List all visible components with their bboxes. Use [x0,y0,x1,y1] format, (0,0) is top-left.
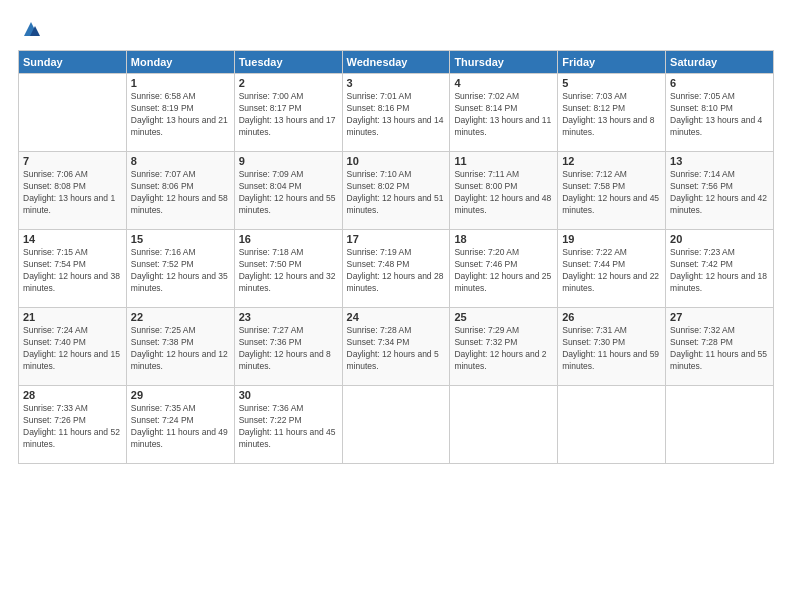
header [18,18,774,40]
day-number: 5 [562,77,661,89]
page: SundayMondayTuesdayWednesdayThursdayFrid… [0,0,792,612]
day-info: Sunrise: 7:06 AMSunset: 8:08 PMDaylight:… [23,169,122,217]
day-number: 19 [562,233,661,245]
day-info: Sunrise: 7:16 AMSunset: 7:52 PMDaylight:… [131,247,230,295]
day-number: 25 [454,311,553,323]
day-info: Sunrise: 7:36 AMSunset: 7:22 PMDaylight:… [239,403,338,451]
day-number: 9 [239,155,338,167]
calendar-cell: 17Sunrise: 7:19 AMSunset: 7:48 PMDayligh… [342,230,450,308]
calendar-cell: 20Sunrise: 7:23 AMSunset: 7:42 PMDayligh… [666,230,774,308]
calendar-cell: 14Sunrise: 7:15 AMSunset: 7:54 PMDayligh… [19,230,127,308]
day-info: Sunrise: 7:10 AMSunset: 8:02 PMDaylight:… [347,169,446,217]
day-info: Sunrise: 7:27 AMSunset: 7:36 PMDaylight:… [239,325,338,373]
day-info: Sunrise: 7:12 AMSunset: 7:58 PMDaylight:… [562,169,661,217]
calendar-cell: 3Sunrise: 7:01 AMSunset: 8:16 PMDaylight… [342,74,450,152]
day-info: Sunrise: 7:32 AMSunset: 7:28 PMDaylight:… [670,325,769,373]
header-row: SundayMondayTuesdayWednesdayThursdayFrid… [19,51,774,74]
day-info: Sunrise: 7:35 AMSunset: 7:24 PMDaylight:… [131,403,230,451]
column-header-monday: Monday [126,51,234,74]
day-info: Sunrise: 7:03 AMSunset: 8:12 PMDaylight:… [562,91,661,139]
week-row-1: 1Sunrise: 6:58 AMSunset: 8:19 PMDaylight… [19,74,774,152]
calendar-cell: 4Sunrise: 7:02 AMSunset: 8:14 PMDaylight… [450,74,558,152]
day-number: 20 [670,233,769,245]
day-number: 27 [670,311,769,323]
day-info: Sunrise: 7:33 AMSunset: 7:26 PMDaylight:… [23,403,122,451]
calendar-cell [19,74,127,152]
day-number: 29 [131,389,230,401]
day-info: Sunrise: 7:01 AMSunset: 8:16 PMDaylight:… [347,91,446,139]
calendar-cell [342,386,450,464]
day-info: Sunrise: 7:28 AMSunset: 7:34 PMDaylight:… [347,325,446,373]
day-number: 1 [131,77,230,89]
day-number: 8 [131,155,230,167]
calendar-cell: 28Sunrise: 7:33 AMSunset: 7:26 PMDayligh… [19,386,127,464]
calendar-cell: 19Sunrise: 7:22 AMSunset: 7:44 PMDayligh… [558,230,666,308]
day-number: 10 [347,155,446,167]
calendar-cell: 26Sunrise: 7:31 AMSunset: 7:30 PMDayligh… [558,308,666,386]
calendar-cell: 22Sunrise: 7:25 AMSunset: 7:38 PMDayligh… [126,308,234,386]
day-number: 4 [454,77,553,89]
calendar-cell [450,386,558,464]
week-row-2: 7Sunrise: 7:06 AMSunset: 8:08 PMDaylight… [19,152,774,230]
day-info: Sunrise: 7:15 AMSunset: 7:54 PMDaylight:… [23,247,122,295]
day-number: 21 [23,311,122,323]
column-header-sunday: Sunday [19,51,127,74]
calendar-cell: 2Sunrise: 7:00 AMSunset: 8:17 PMDaylight… [234,74,342,152]
day-number: 30 [239,389,338,401]
logo-icon [20,18,42,40]
day-number: 14 [23,233,122,245]
day-number: 28 [23,389,122,401]
day-info: Sunrise: 7:22 AMSunset: 7:44 PMDaylight:… [562,247,661,295]
day-info: Sunrise: 7:14 AMSunset: 7:56 PMDaylight:… [670,169,769,217]
column-header-thursday: Thursday [450,51,558,74]
calendar-cell: 27Sunrise: 7:32 AMSunset: 7:28 PMDayligh… [666,308,774,386]
calendar-cell [558,386,666,464]
day-number: 3 [347,77,446,89]
calendar-cell: 1Sunrise: 6:58 AMSunset: 8:19 PMDaylight… [126,74,234,152]
calendar-cell: 25Sunrise: 7:29 AMSunset: 7:32 PMDayligh… [450,308,558,386]
week-row-5: 28Sunrise: 7:33 AMSunset: 7:26 PMDayligh… [19,386,774,464]
column-header-tuesday: Tuesday [234,51,342,74]
logo [18,18,42,40]
day-number: 24 [347,311,446,323]
day-info: Sunrise: 7:00 AMSunset: 8:17 PMDaylight:… [239,91,338,139]
calendar-cell: 24Sunrise: 7:28 AMSunset: 7:34 PMDayligh… [342,308,450,386]
day-info: Sunrise: 7:11 AMSunset: 8:00 PMDaylight:… [454,169,553,217]
day-info: Sunrise: 7:02 AMSunset: 8:14 PMDaylight:… [454,91,553,139]
day-info: Sunrise: 7:19 AMSunset: 7:48 PMDaylight:… [347,247,446,295]
calendar-cell: 21Sunrise: 7:24 AMSunset: 7:40 PMDayligh… [19,308,127,386]
calendar-cell: 5Sunrise: 7:03 AMSunset: 8:12 PMDaylight… [558,74,666,152]
day-info: Sunrise: 6:58 AMSunset: 8:19 PMDaylight:… [131,91,230,139]
day-number: 22 [131,311,230,323]
day-number: 12 [562,155,661,167]
calendar-cell: 7Sunrise: 7:06 AMSunset: 8:08 PMDaylight… [19,152,127,230]
calendar-cell: 12Sunrise: 7:12 AMSunset: 7:58 PMDayligh… [558,152,666,230]
day-number: 7 [23,155,122,167]
column-header-saturday: Saturday [666,51,774,74]
week-row-3: 14Sunrise: 7:15 AMSunset: 7:54 PMDayligh… [19,230,774,308]
day-number: 11 [454,155,553,167]
calendar-cell: 29Sunrise: 7:35 AMSunset: 7:24 PMDayligh… [126,386,234,464]
day-info: Sunrise: 7:07 AMSunset: 8:06 PMDaylight:… [131,169,230,217]
calendar-cell: 6Sunrise: 7:05 AMSunset: 8:10 PMDaylight… [666,74,774,152]
calendar-cell: 16Sunrise: 7:18 AMSunset: 7:50 PMDayligh… [234,230,342,308]
day-number: 13 [670,155,769,167]
day-info: Sunrise: 7:05 AMSunset: 8:10 PMDaylight:… [670,91,769,139]
calendar-cell: 8Sunrise: 7:07 AMSunset: 8:06 PMDaylight… [126,152,234,230]
calendar-cell: 30Sunrise: 7:36 AMSunset: 7:22 PMDayligh… [234,386,342,464]
calendar-cell: 23Sunrise: 7:27 AMSunset: 7:36 PMDayligh… [234,308,342,386]
day-info: Sunrise: 7:20 AMSunset: 7:46 PMDaylight:… [454,247,553,295]
day-number: 16 [239,233,338,245]
day-info: Sunrise: 7:09 AMSunset: 8:04 PMDaylight:… [239,169,338,217]
column-header-wednesday: Wednesday [342,51,450,74]
calendar-cell: 15Sunrise: 7:16 AMSunset: 7:52 PMDayligh… [126,230,234,308]
column-header-friday: Friday [558,51,666,74]
day-info: Sunrise: 7:25 AMSunset: 7:38 PMDaylight:… [131,325,230,373]
calendar-table: SundayMondayTuesdayWednesdayThursdayFrid… [18,50,774,464]
day-info: Sunrise: 7:23 AMSunset: 7:42 PMDaylight:… [670,247,769,295]
calendar-cell [666,386,774,464]
calendar-cell: 10Sunrise: 7:10 AMSunset: 8:02 PMDayligh… [342,152,450,230]
day-info: Sunrise: 7:29 AMSunset: 7:32 PMDaylight:… [454,325,553,373]
day-number: 17 [347,233,446,245]
calendar-cell: 9Sunrise: 7:09 AMSunset: 8:04 PMDaylight… [234,152,342,230]
